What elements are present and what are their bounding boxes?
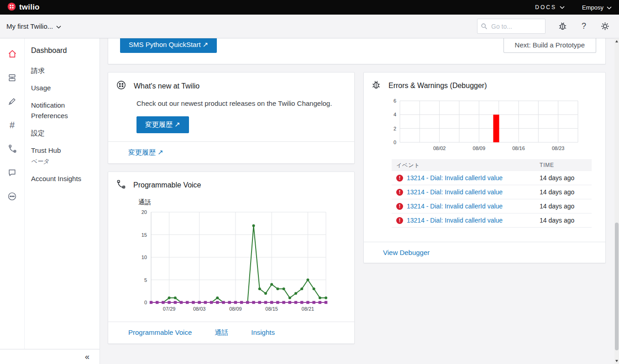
svg-text:08/15: 08/15 (265, 306, 278, 312)
debugger-alerts-button[interactable] (558, 21, 567, 31)
next-build-prototype-button[interactable]: Next: Build a Prototype (504, 38, 596, 53)
svg-text:08/03: 08/03 (193, 306, 206, 312)
changelog-footer-link[interactable]: 変更履歴 ↗ (128, 148, 163, 156)
svg-text:0: 0 (144, 300, 147, 305)
programmable-voice-card: Programmable Voice 通話 0510152007/2908/03… (108, 172, 355, 344)
svg-text:10: 10 (142, 255, 147, 260)
console-toolbar: My first Twilio... (0, 15, 619, 38)
time-column-header: TIME (540, 162, 587, 168)
table-row: 13214 - Dial: Invalid callerId value 14 … (392, 171, 592, 185)
error-event-link[interactable]: 13214 - Dial: Invalid callerId value (407, 217, 503, 224)
svg-text:08/16: 08/16 (512, 146, 525, 151)
errors-warnings-chart: 024608/0208/0908/1608/23 (387, 97, 592, 154)
trunking-icon[interactable] (0, 66, 24, 89)
quickstart-card: SMS Python QuickStart ↗ Next: Build a Pr… (108, 38, 606, 64)
sidebar-item-account-insights[interactable]: Account Insights (31, 173, 96, 184)
page-scrollbar[interactable] (614, 38, 619, 364)
product-rail (0, 38, 25, 364)
svg-text:15: 15 (142, 232, 147, 238)
beta-badge: ベータ (31, 156, 96, 166)
changelog-icon (116, 80, 126, 92)
changelog-button[interactable]: 変更履歴 ↗ (136, 116, 189, 133)
voice-footer-link-programmable-voice[interactable]: Programmable Voice (128, 328, 192, 337)
more-products-icon[interactable] (0, 184, 24, 208)
svg-text:08/23: 08/23 (552, 146, 565, 151)
event-column-header: イベント (396, 161, 540, 169)
chevron-down-icon (56, 22, 61, 30)
whats-new-title: What's new at Twilio (134, 82, 199, 90)
phone-numbers-hash-icon[interactable] (0, 113, 24, 137)
svg-text:20: 20 (142, 209, 147, 215)
chevron-down-icon (560, 4, 565, 10)
global-search (477, 19, 546, 34)
voice-footer-link-insights[interactable]: Insights (251, 328, 275, 337)
svg-text:08/09: 08/09 (473, 146, 486, 151)
project-selector[interactable]: My first Twilio... (6, 22, 61, 30)
sidebar: Dashboard 請求 Usage Notification Preferen… (0, 38, 100, 364)
project-name: My first Twilio... (6, 22, 53, 30)
scrollbar-thumb[interactable] (615, 223, 619, 350)
twilio-logo-text: twilio (19, 3, 40, 12)
sms-quickstart-button[interactable]: SMS Python QuickStart ↗ (120, 38, 217, 53)
account-menu[interactable]: Emposy (582, 4, 612, 11)
error-event-link[interactable]: 13214 - Dial: Invalid callerId value (407, 174, 503, 182)
svg-text:5: 5 (144, 277, 147, 283)
top-navbar: twilio DOCS Emposy (0, 0, 619, 15)
programmable-voice-title: Programmable Voice (133, 181, 201, 189)
scroll-down-button[interactable] (614, 358, 619, 364)
settings-gear-button[interactable] (600, 21, 610, 31)
triangle-down-icon (615, 360, 618, 362)
voice-footer-link-calls[interactable]: 通話 (215, 328, 228, 337)
debugger-event-table: イベント TIME 13214 - Dial: Invalid callerId… (392, 159, 592, 228)
svg-text:08/21: 08/21 (302, 306, 315, 312)
voice-icon[interactable] (0, 137, 24, 161)
sidebar-item-notification-preferences[interactable]: Notification Preferences (31, 100, 96, 121)
event-time: 14 days ago (540, 188, 587, 196)
error-icon (396, 203, 403, 210)
table-row: 13214 - Dial: Invalid callerId value 14 … (392, 185, 592, 199)
svg-text:07/29: 07/29 (163, 306, 176, 312)
svg-text:6: 6 (393, 98, 396, 104)
home-icon[interactable] (0, 42, 24, 66)
search-icon (481, 23, 488, 31)
trust-hub-label: Trust Hub (31, 146, 61, 154)
programmable-voice-icon (116, 179, 126, 191)
error-event-link[interactable]: 13214 - Dial: Invalid callerId value (407, 203, 503, 210)
svg-text:4: 4 (393, 112, 396, 117)
sidebar-collapse-button[interactable]: « (0, 349, 100, 364)
svg-text:08/09: 08/09 (229, 306, 242, 312)
sidebar-item-trust-hub[interactable]: Trust Hub ベータ (31, 145, 96, 166)
pen-icon[interactable] (0, 89, 24, 113)
whats-new-card: What's new at Twilio Check out our newes… (108, 72, 355, 164)
whats-new-body: Check out our newest product releases on… (136, 98, 341, 109)
twilio-logo-icon (7, 2, 16, 13)
docs-label: DOCS (535, 4, 556, 10)
chat-icon[interactable] (0, 161, 24, 184)
event-time: 14 days ago (540, 217, 587, 224)
sidebar-item-settings[interactable]: 設定 (31, 128, 96, 138)
docs-menu[interactable]: DOCS (535, 4, 565, 10)
error-icon (396, 189, 403, 196)
chevron-down-icon (607, 4, 612, 11)
sidebar-nav: Dashboard 請求 Usage Notification Preferen… (25, 38, 100, 364)
svg-text:2: 2 (393, 126, 396, 131)
sidebar-item-dashboard[interactable]: Dashboard (31, 45, 96, 56)
error-event-link[interactable]: 13214 - Dial: Invalid callerId value (407, 188, 503, 196)
view-debugger-link[interactable]: View Debugger (383, 249, 430, 256)
sidebar-item-billing[interactable]: 請求 (31, 65, 96, 76)
event-time: 14 days ago (540, 174, 587, 182)
table-row: 13214 - Dial: Invalid callerId value 14 … (392, 199, 592, 213)
account-name: Emposy (582, 4, 603, 11)
help-button[interactable] (580, 21, 588, 31)
twilio-logo[interactable]: twilio (7, 2, 40, 13)
sidebar-item-usage[interactable]: Usage (31, 83, 96, 93)
voice-calls-chart: 0510152007/2908/0308/0908/1508/21 (131, 208, 341, 317)
debugger-bug-icon (371, 80, 381, 92)
error-icon (396, 175, 403, 182)
table-header-row: イベント TIME (392, 159, 592, 171)
svg-text:08/02: 08/02 (433, 146, 446, 151)
scroll-up-button[interactable] (614, 38, 619, 44)
svg-text:0: 0 (393, 140, 396, 145)
event-time: 14 days ago (540, 203, 587, 210)
main-content: SMS Python QuickStart ↗ Next: Build a Pr… (100, 38, 619, 364)
